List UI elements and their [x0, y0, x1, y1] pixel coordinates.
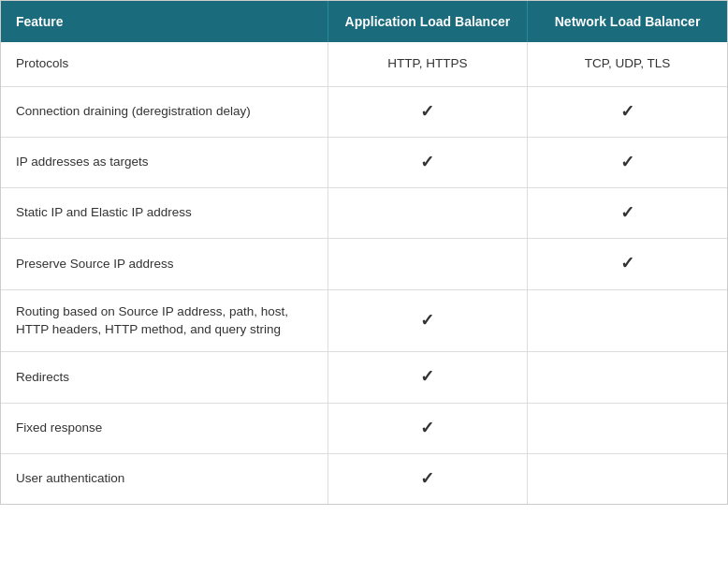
table-row: Static IP and Elastic IP address✓ [1, 188, 727, 239]
checkmark-icon: ✓ [620, 254, 634, 273]
comparison-table: Feature Application Load Balancer Networ… [1, 1, 727, 504]
header-nlb: Network Load Balancer [528, 1, 727, 42]
cell-alb: HTTP, HTTPS [328, 42, 527, 86]
header-feature: Feature [1, 1, 328, 42]
cell-feature: Redirects [1, 352, 328, 403]
checkmark-icon: ✓ [620, 153, 634, 171]
table-row: Fixed response✓ [1, 403, 727, 453]
cell-alb: ✓ [328, 138, 527, 188]
comparison-table-wrapper: Feature Application Load Balancer Networ… [0, 0, 728, 505]
cell-nlb: ✓ [528, 239, 727, 289]
cell-feature: Static IP and Elastic IP address [1, 188, 328, 239]
table-header-row: Feature Application Load Balancer Networ… [1, 1, 727, 42]
checkmark-icon: ✓ [420, 102, 434, 121]
cell-feature: IP addresses as targets [1, 138, 328, 188]
table-row: Redirects✓ [1, 352, 727, 403]
table-row: Routing based on Source IP address, path… [1, 289, 727, 352]
cell-feature: User authentication [1, 453, 328, 504]
cell-feature: Fixed response [1, 403, 328, 453]
table-row: Preserve Source IP address✓ [1, 239, 727, 289]
cell-nlb [528, 289, 727, 352]
cell-alb: ✓ [328, 86, 527, 137]
cell-nlb: ✓ [528, 138, 727, 188]
cell-nlb: ✓ [528, 188, 727, 239]
cell-alb: ✓ [328, 453, 527, 504]
table-row: ProtocolsHTTP, HTTPSTCP, UDP, TLS [1, 42, 727, 86]
cell-nlb [528, 352, 727, 403]
checkmark-icon: ✓ [420, 367, 434, 386]
checkmark-icon: ✓ [420, 469, 434, 488]
cell-alb [328, 239, 527, 289]
checkmark-icon: ✓ [420, 419, 434, 437]
cell-nlb [528, 403, 727, 453]
checkmark-icon: ✓ [420, 153, 434, 171]
cell-nlb: TCP, UDP, TLS [528, 42, 727, 86]
cell-nlb: ✓ [528, 86, 727, 137]
cell-feature: Routing based on Source IP address, path… [1, 289, 328, 352]
cell-alb: ✓ [328, 403, 527, 453]
header-alb: Application Load Balancer [328, 1, 527, 42]
checkmark-icon: ✓ [620, 203, 634, 222]
cell-feature: Connection draining (deregistration dela… [1, 86, 328, 137]
cell-alb [328, 188, 527, 239]
table-row: Connection draining (deregistration dela… [1, 86, 727, 137]
table-row: User authentication✓ [1, 453, 727, 504]
checkmark-icon: ✓ [620, 102, 634, 121]
cell-nlb [528, 453, 727, 504]
cell-feature: Preserve Source IP address [1, 239, 328, 289]
cell-feature: Protocols [1, 42, 328, 86]
cell-alb: ✓ [328, 289, 527, 352]
table-row: IP addresses as targets✓✓ [1, 138, 727, 188]
checkmark-icon: ✓ [420, 311, 434, 330]
cell-alb: ✓ [328, 352, 527, 403]
